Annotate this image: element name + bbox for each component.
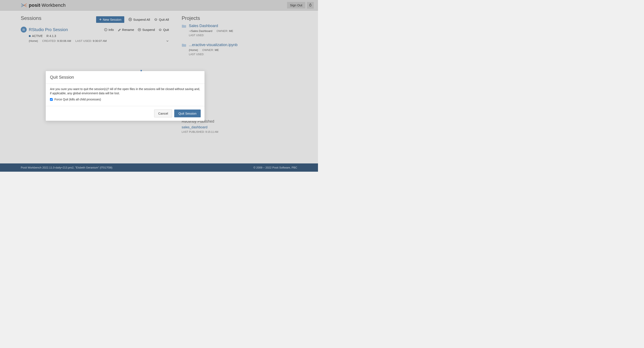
- project-name-link[interactable]: ...eractive-visualization.ipynb: [189, 43, 238, 47]
- plus-icon: [99, 18, 102, 21]
- theme-toggle-button[interactable]: [307, 2, 314, 9]
- expand-session-chevron[interactable]: [166, 39, 169, 42]
- force-quit-checkbox-row[interactable]: Force Quit (kills all child processes): [50, 97, 200, 102]
- status-dot-icon: [29, 35, 31, 37]
- svg-point-3: [138, 28, 141, 31]
- svg-point-0: [129, 18, 132, 21]
- force-quit-checkbox[interactable]: [50, 98, 53, 101]
- session-info-button[interactable]: Info: [104, 28, 114, 31]
- folder-icon: [182, 24, 186, 37]
- quit-all-button[interactable]: Quit All: [154, 18, 169, 21]
- quit-session-modal: Quit Session Are you sure you want to qu…: [46, 71, 205, 121]
- power-icon: [154, 18, 158, 21]
- project-item: ...eractive-visualization.ipynb (Home) O…: [182, 43, 297, 56]
- posit-logo-icon: [21, 3, 27, 8]
- header-bar: posit·Workbench Sign Out: [0, 0, 318, 10]
- project-item: Sales Dashboard ~/Sales Dashboard OWNER:…: [182, 24, 297, 37]
- sign-out-button[interactable]: Sign Out: [287, 2, 305, 8]
- pause-circle-icon: [138, 28, 141, 31]
- session-home: (Home): [29, 39, 38, 42]
- flame-icon: [309, 3, 312, 7]
- cancel-button[interactable]: Cancel: [154, 110, 172, 117]
- project-last-used: LAST USED:: [189, 34, 233, 37]
- recently-published-section: Recently Published sales_dashboard LAST …: [182, 119, 297, 133]
- footer-copyright: © 2009 – 2022 Posit Software, PBC: [254, 166, 297, 169]
- pause-circle-icon: [128, 18, 132, 21]
- project-path: (Home): [189, 48, 198, 52]
- brand-text: posit·Workbench: [29, 2, 66, 8]
- project-name-link[interactable]: Sales Dashboard: [189, 24, 218, 28]
- session-name-link[interactable]: RStudio Pro Session: [29, 27, 68, 32]
- recent-last-published: LAST PUBLISHED: 9:15:11 AM: [182, 131, 297, 133]
- session-status: ACTIVE: [29, 34, 43, 38]
- chevron-down-icon: [166, 39, 169, 42]
- power-icon: [158, 28, 162, 31]
- session-runtime: R 4.1.3: [46, 34, 56, 38]
- recent-item-link[interactable]: sales_dashboard: [182, 125, 208, 129]
- session-created: CREATED: 9:30:06 AM: [42, 39, 71, 42]
- folder-icon: [182, 43, 186, 56]
- modal-title: Quit Session: [50, 75, 200, 80]
- session-type-badge: R: [21, 27, 27, 32]
- session-rename-button[interactable]: Rename: [118, 28, 134, 31]
- session-suspend-button[interactable]: Suspend: [138, 28, 155, 31]
- footer-version: Posit Workbench 2022.11.0-daily+213.pro2…: [21, 166, 112, 169]
- new-session-button[interactable]: New Session: [96, 16, 124, 23]
- project-path: ~/Sales Dashboard: [189, 29, 212, 32]
- force-quit-label: Force Quit (kills all child processes): [54, 97, 101, 102]
- project-owner: OWNER: ME: [202, 48, 219, 52]
- modal-body-text: Are you sure you want to quit the sessio…: [50, 87, 200, 95]
- brand: posit·Workbench: [21, 2, 66, 8]
- info-circle-icon: [104, 28, 107, 31]
- projects-title: Projects: [182, 15, 297, 21]
- session-card: R RStudio Pro Session Info Rename: [21, 27, 169, 42]
- session-last-used: LAST USED: 9:30:07 AM: [75, 39, 107, 42]
- sessions-title: Sessions: [21, 15, 41, 21]
- session-quit-button[interactable]: Quit: [158, 28, 169, 31]
- footer-bar: Posit Workbench 2022.11.0-daily+213.pro2…: [0, 164, 318, 172]
- suspend-all-button[interactable]: Suspend All: [128, 18, 150, 21]
- svg-point-2: [106, 29, 106, 29]
- project-owner: OWNER: ME: [216, 29, 233, 32]
- pencil-icon: [118, 28, 121, 31]
- quit-session-confirm-button[interactable]: Quit Session: [174, 110, 201, 117]
- modal-pointer-icon: [140, 70, 142, 71]
- project-last-used: LAST USED:: [189, 53, 238, 56]
